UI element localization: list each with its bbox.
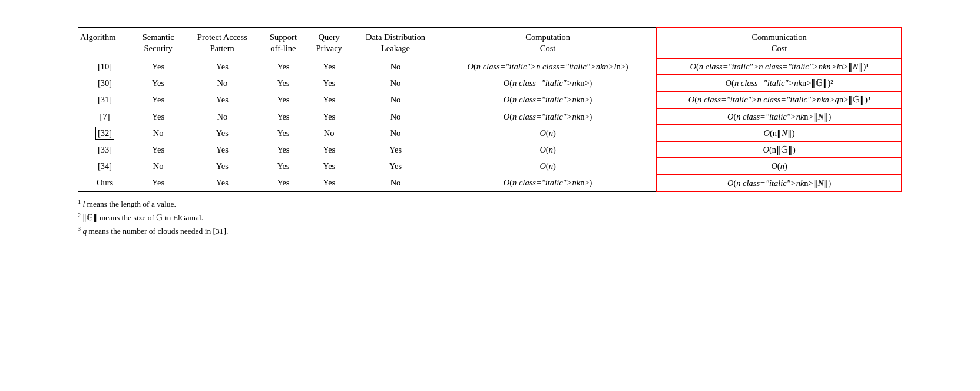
col-algorithm: Algorithm [78,28,132,58]
cell-computation-cost: O(n class="italic">nkn>) [439,91,657,108]
cell-data-dist: Yes [352,158,439,174]
cell-semantic-security: Yes [132,141,184,158]
cell-communication-cost: O(n class="italic">nkn>‖𝔾‖)² [657,75,902,91]
cell-computation-cost: O(n class="italic">nkn>) [439,175,657,191]
cell-protect-access: Yes [184,125,260,141]
cell-algorithm: Ours [78,175,132,191]
cell-support-offline: Yes [260,141,307,158]
cell-algorithm: [10] [78,58,132,75]
cell-algorithm: [31] [78,91,132,108]
cell-protect-access: No [184,75,260,91]
table-row: [30]YesNoYesYesNoO(n class="italic">nkn>… [78,75,902,91]
cell-communication-cost: O(n class="italic">n class="italic">nkn>… [657,91,902,108]
cell-support-offline: Yes [260,91,307,108]
table-row: OursYesYesYesYesNoO(n class="italic">nkn… [78,175,902,191]
cell-computation-cost: O(n class="italic">nkn>) [439,108,657,125]
cell-semantic-security: Yes [132,75,184,91]
cell-semantic-security: Yes [132,175,184,191]
comparison-table: Algorithm SemanticSecurity Protect Acces… [78,27,902,192]
cell-algorithm: [30] [78,75,132,91]
footnote-3: 3 q means the number of clouds needed in… [78,225,902,238]
cell-semantic-security: No [132,158,184,174]
cell-semantic-security: Yes [132,91,184,108]
cell-computation-cost: O(n class="italic">nkn>) [439,75,657,91]
col-computation-cost: ComputationCost [439,28,657,58]
footnote-2: 2 ‖𝔾‖ means the size of 𝔾 in ElGamal. [78,211,902,225]
cell-semantic-security: Yes [132,108,184,125]
table-body: [10]YesYesYesYesNoO(n class="italic">n c… [78,58,902,191]
cell-computation-cost: O(n) [439,125,657,141]
cell-data-dist: No [352,75,439,91]
col-data-dist: Data DistributionLeakage [352,28,439,58]
table-row: [33]YesYesYesYesYesO(n)O(n‖𝔾‖) [78,141,902,158]
cell-communication-cost: O(n‖N‖) [657,125,902,141]
footnote-1: 1 l means the length of a value. [78,198,902,211]
cell-query-privacy: Yes [306,175,352,191]
cell-query-privacy: Yes [306,75,352,91]
cell-support-offline: Yes [260,75,307,91]
cell-algorithm: [7] [78,108,132,125]
cell-query-privacy: Yes [306,91,352,108]
cell-support-offline: Yes [260,125,307,141]
cell-query-privacy: Yes [306,58,352,75]
cell-protect-access: No [184,108,260,125]
cell-data-dist: No [352,58,439,75]
cell-protect-access: Yes [184,141,260,158]
boxed-ref: [32] [95,127,114,140]
cell-computation-cost: O(n) [439,141,657,158]
cell-communication-cost: O(n class="italic">nkn>‖N‖) [657,175,902,191]
table-wrapper: Algorithm SemanticSecurity Protect Acces… [78,27,902,192]
cell-algorithm: [33] [78,141,132,158]
col-support-offline: Supportoff-line [260,28,307,58]
page-container: Algorithm SemanticSecurity Protect Acces… [78,18,902,238]
cell-semantic-security: No [132,125,184,141]
col-semantic-security: SemanticSecurity [132,28,184,58]
cell-query-privacy: Yes [306,158,352,174]
cell-data-dist: No [352,175,439,191]
table-row: [34]NoYesYesYesYesO(n)O(n) [78,158,902,174]
cell-data-dist: No [352,125,439,141]
cell-data-dist: Yes [352,141,439,158]
cell-support-offline: Yes [260,158,307,174]
cell-data-dist: No [352,91,439,108]
cell-data-dist: No [352,108,439,125]
table-header-row: Algorithm SemanticSecurity Protect Acces… [78,28,902,58]
footnotes: 1 l means the length of a value. 2 ‖𝔾‖ m… [78,198,902,238]
cell-computation-cost: O(n class="italic">n class="italic">nkn>… [439,58,657,75]
cell-query-privacy: No [306,125,352,141]
col-communication-cost: CommunicationCost [657,28,902,58]
cell-query-privacy: Yes [306,108,352,125]
col-query-privacy: QueryPrivacy [306,28,352,58]
cell-support-offline: Yes [260,108,307,125]
table-row: [7]YesNoYesYesNoO(n class="italic">nkn>)… [78,108,902,125]
cell-algorithm: [32] [78,125,132,141]
cell-communication-cost: O(n class="italic">nkn>‖N‖) [657,108,902,125]
col-protect-access: Protect AccessPattern [184,28,260,58]
cell-communication-cost: O(n) [657,158,902,174]
cell-protect-access: Yes [184,58,260,75]
cell-communication-cost: O(n‖𝔾‖) [657,141,902,158]
cell-protect-access: Yes [184,175,260,191]
table-row: [10]YesYesYesYesNoO(n class="italic">n c… [78,58,902,75]
cell-algorithm: [34] [78,158,132,174]
cell-support-offline: Yes [260,58,307,75]
cell-computation-cost: O(n) [439,158,657,174]
cell-protect-access: Yes [184,158,260,174]
cell-query-privacy: Yes [306,141,352,158]
cell-communication-cost: O(n class="italic">n class="italic">nkn>… [657,58,902,75]
cell-semantic-security: Yes [132,58,184,75]
cell-protect-access: Yes [184,91,260,108]
table-row: [31]YesYesYesYesNoO(n class="italic">nkn… [78,91,902,108]
cell-support-offline: Yes [260,175,307,191]
table-row: [32]NoYesYesNoNoO(n)O(n‖N‖) [78,125,902,141]
